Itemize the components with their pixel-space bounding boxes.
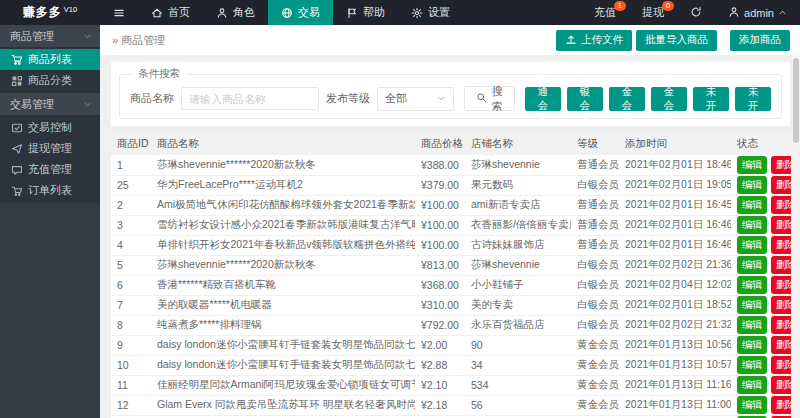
upload-file-button[interactable]: 上传文件 (556, 30, 632, 51)
time-cell: 2021年02月02日 21:32:52 (619, 315, 731, 335)
add-product-button[interactable]: 添加商品 (730, 30, 790, 51)
sidebar-item-recharge[interactable]: 充值管理 (0, 159, 100, 180)
store-name-cell: 果元数码 (465, 175, 571, 195)
edit-button[interactable]: 编辑 (737, 156, 767, 174)
edit-button[interactable]: 编辑 (737, 376, 767, 394)
delete-button[interactable]: 删除 (771, 276, 791, 294)
product-name-cell: 佳丽经明星同款Armani阿玛尼玫瑰金爱心锁项链女可调节EG3394221 (151, 375, 415, 395)
sidebar-item-category[interactable]: 商品分类 (0, 70, 100, 91)
publish-level-value: 全部 (385, 91, 407, 106)
edit-button[interactable]: 编辑 (737, 316, 767, 334)
settings-icon (411, 7, 423, 19)
delete-button[interactable]: 删除 (771, 196, 791, 214)
scrollbar-track[interactable] (792, 55, 800, 418)
store-name-cell: ami新语专卖店 (465, 195, 571, 215)
nav-item-settings[interactable]: 设置 (398, 0, 463, 25)
nav-item-user[interactable]: 角色 (203, 0, 268, 25)
sidebar-group-0[interactable]: 商品管理 (0, 25, 100, 47)
status-cell: 编辑删除 (731, 315, 791, 335)
sidebar-item-cart[interactable]: 商品列表 (0, 49, 100, 70)
status-cell: 编辑删除 (731, 195, 791, 215)
edit-button[interactable]: 编辑 (737, 236, 767, 254)
status-cell: 编辑删除 (731, 375, 791, 395)
top-nav: 首页角色交易帮助设置 (100, 0, 463, 25)
column-header: 添加时间 (619, 133, 731, 155)
level-cell: 白银会员 (571, 295, 619, 315)
withdraw-link[interactable]: 提现0 (629, 0, 677, 25)
delete-button[interactable]: 删除 (771, 256, 791, 274)
delete-button[interactable]: 删除 (771, 176, 791, 194)
delete-button[interactable]: 删除 (771, 296, 791, 314)
sidebar-item-withdraw[interactable]: 提现管理 (0, 138, 100, 159)
delete-button[interactable]: 删除 (771, 216, 791, 234)
price-cell: ¥368.00 (415, 275, 465, 295)
level-cell: 白银会员 (571, 315, 619, 335)
edit-button[interactable]: 编辑 (737, 256, 767, 274)
delete-button[interactable]: 删除 (771, 316, 791, 334)
level-cell: 黄金会员 (571, 335, 619, 355)
recharge-link[interactable]: 充值1 (581, 0, 629, 25)
product-id-cell: 2 (111, 195, 151, 215)
edit-button[interactable]: 编辑 (737, 336, 767, 354)
product-name-cell: 莎琳shevennie******2020新款秋冬 (151, 255, 415, 275)
product-name-cell: daisy london迷你小蛮腰耳钉手链套装女明星饰品同款七夕礼物套装 (151, 355, 415, 375)
sidebar-group-1[interactable]: 交易管理 (0, 93, 100, 115)
delete-button[interactable]: 删除 (771, 236, 791, 254)
edit-button[interactable]: 编辑 (737, 356, 767, 374)
top-bar-right: 充值1提现0admin (581, 0, 800, 25)
order-icon (11, 185, 23, 197)
nav-item-help[interactable]: 帮助 (333, 0, 398, 25)
status-cell: 编辑删除 (731, 215, 791, 235)
filter-button-5[interactable]: 暂未开放 (735, 87, 771, 111)
delete-button[interactable]: 删除 (771, 156, 791, 174)
time-cell: 2021年01月13日 11:16:09 (619, 375, 731, 395)
table-row: 9daisy london迷你小蛮腰耳钉手链套装女明星饰品同款七夕礼物套装¥2.… (111, 335, 791, 355)
scrollbar-thumb[interactable] (793, 58, 799, 143)
edit-button[interactable]: 编辑 (737, 216, 767, 234)
table-row: 5莎琳shevennie******2020新款秋冬¥813.00莎琳sheve… (111, 255, 791, 275)
nav-item-home[interactable]: 首页 (138, 0, 203, 25)
withdraw-icon (11, 143, 23, 155)
trade-icon (281, 7, 293, 19)
user-menu[interactable]: admin (715, 0, 800, 25)
filter-button-3[interactable]: 铂金会员 (651, 87, 687, 111)
filter-button-2[interactable]: 黄金会员 (609, 87, 645, 111)
sidebar-item-control[interactable]: 交易控制 (0, 117, 100, 138)
filter-button-4[interactable]: 暂未开放 (693, 87, 729, 111)
store-name-cell: 衣香丽影/倍倍丽专卖店 (465, 215, 571, 235)
delete-button[interactable]: 删除 (771, 376, 791, 394)
filter-button-1[interactable]: 白银会员 (567, 87, 603, 111)
publish-level-select[interactable]: 全部 (377, 87, 454, 111)
level-cell: 黄金会员 (571, 375, 619, 395)
search-button[interactable]: 搜 索 (464, 86, 515, 111)
status-cell: 编辑删除 (731, 255, 791, 275)
filter-button-0[interactable]: 普通会员 (525, 87, 561, 111)
store-name-cell: 莎琳shevennie (465, 155, 571, 175)
nav-item-trade[interactable]: 交易 (268, 0, 333, 25)
store-name-cell: 小小鞋铺子 (465, 275, 571, 295)
delete-button[interactable]: 删除 (771, 396, 791, 414)
nav-item-menu[interactable] (100, 0, 138, 25)
table-row: 6香港******精致百搭机车靴¥368.00小小鞋铺子白银会员2021年02月… (111, 275, 791, 295)
product-id-cell: 25 (111, 175, 151, 195)
publish-level-label: 发布等级 (326, 91, 370, 106)
nav-item-label: 交易 (298, 5, 320, 20)
refresh-button[interactable] (677, 0, 715, 25)
user-icon (728, 6, 740, 20)
sidebar-item-order[interactable]: 订单列表 (0, 180, 100, 201)
store-name-cell: 56 (465, 395, 571, 415)
edit-button[interactable]: 编辑 (737, 396, 767, 414)
delete-button[interactable]: 删除 (771, 356, 791, 374)
status-cell: 编辑删除 (731, 175, 791, 195)
edit-button[interactable]: 编辑 (737, 176, 767, 194)
delete-button[interactable]: 删除 (771, 336, 791, 354)
store-name-cell: 90 (465, 335, 571, 355)
product-name-input[interactable] (181, 87, 319, 110)
level-cell: 普通会员 (571, 155, 619, 175)
column-header: 商品名称 (151, 133, 415, 155)
edit-button[interactable]: 编辑 (737, 296, 767, 314)
edit-button[interactable]: 编辑 (737, 196, 767, 214)
edit-button[interactable]: 编辑 (737, 276, 767, 294)
batch-import-button[interactable]: 批量导入商品 (636, 30, 717, 51)
level-cell: 普通会员 (571, 215, 619, 235)
